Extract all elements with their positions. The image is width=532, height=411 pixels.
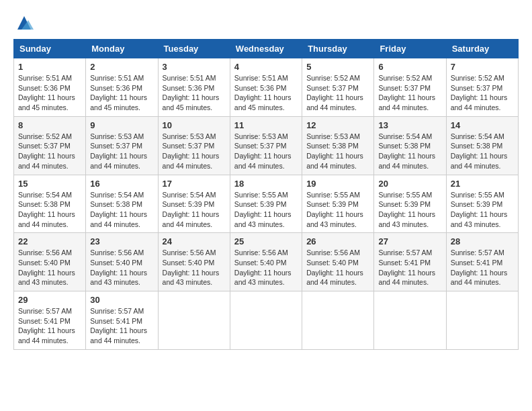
day-info: Sunrise: 5:52 AM Sunset: 5:37 PM Dayligh…	[378, 73, 441, 113]
day-info: Sunrise: 5:55 AM Sunset: 5:39 PM Dayligh…	[306, 190, 369, 230]
day-number: 9	[90, 120, 153, 130]
day-number: 28	[451, 236, 514, 246]
weekday-header-row: SundayMondayTuesdayWednesdayThursdayFrid…	[14, 40, 519, 58]
day-info: Sunrise: 5:52 AM Sunset: 5:37 PM Dayligh…	[451, 73, 514, 113]
day-number: 10	[163, 120, 226, 130]
day-info: Sunrise: 5:55 AM Sunset: 5:39 PM Dayligh…	[234, 190, 298, 230]
day-number: 20	[378, 179, 441, 189]
week-row-5: 29 Sunrise: 5:57 AM Sunset: 5:41 PM Dayl…	[14, 291, 519, 350]
day-info: Sunrise: 5:52 AM Sunset: 5:37 PM Dayligh…	[18, 132, 81, 171]
day-info: Sunrise: 5:56 AM Sunset: 5:40 PM Dayligh…	[18, 248, 81, 287]
day-number: 6	[378, 62, 441, 72]
day-number: 16	[90, 179, 153, 189]
day-number: 21	[451, 179, 514, 189]
weekday-header-friday: Friday	[374, 40, 446, 58]
day-info: Sunrise: 5:55 AM Sunset: 5:39 PM Dayligh…	[378, 190, 441, 230]
day-info: Sunrise: 5:52 AM Sunset: 5:37 PM Dayligh…	[306, 73, 369, 113]
day-cell: 5 Sunrise: 5:52 AM Sunset: 5:37 PM Dayli…	[302, 58, 374, 117]
day-cell: 16 Sunrise: 5:54 AM Sunset: 5:38 PM Dayl…	[86, 175, 158, 233]
day-cell: 24 Sunrise: 5:56 AM Sunset: 5:40 PM Dayl…	[158, 233, 230, 291]
day-number: 23	[90, 236, 153, 246]
day-number: 11	[234, 120, 298, 130]
day-cell: 2 Sunrise: 5:51 AM Sunset: 5:36 PM Dayli…	[86, 58, 158, 117]
day-info: Sunrise: 5:53 AM Sunset: 5:37 PM Dayligh…	[234, 132, 298, 171]
day-info: Sunrise: 5:51 AM Sunset: 5:36 PM Dayligh…	[90, 73, 153, 113]
day-cell: 12 Sunrise: 5:53 AM Sunset: 5:38 PM Dayl…	[302, 116, 374, 175]
day-info: Sunrise: 5:57 AM Sunset: 5:41 PM Dayligh…	[378, 248, 441, 287]
weekday-header-saturday: Saturday	[446, 40, 518, 58]
day-info: Sunrise: 5:54 AM Sunset: 5:38 PM Dayligh…	[90, 190, 153, 230]
day-cell: 10 Sunrise: 5:53 AM Sunset: 5:37 PM Dayl…	[158, 116, 230, 175]
day-info: Sunrise: 5:53 AM Sunset: 5:38 PM Dayligh…	[306, 132, 369, 171]
day-cell: 1 Sunrise: 5:51 AM Sunset: 5:36 PM Dayli…	[14, 58, 86, 117]
day-info: Sunrise: 5:55 AM Sunset: 5:39 PM Dayligh…	[451, 190, 514, 230]
day-cell: 22 Sunrise: 5:56 AM Sunset: 5:40 PM Dayl…	[14, 233, 86, 291]
day-number: 7	[451, 62, 514, 72]
day-info: Sunrise: 5:56 AM Sunset: 5:40 PM Dayligh…	[234, 248, 298, 287]
page-header	[13, 13, 519, 32]
day-cell: 8 Sunrise: 5:52 AM Sunset: 5:37 PM Dayli…	[14, 116, 86, 175]
day-info: Sunrise: 5:54 AM Sunset: 5:39 PM Dayligh…	[163, 190, 226, 230]
day-info: Sunrise: 5:51 AM Sunset: 5:36 PM Dayligh…	[234, 73, 298, 113]
day-info: Sunrise: 5:54 AM Sunset: 5:38 PM Dayligh…	[378, 132, 441, 171]
day-number: 5	[306, 62, 369, 72]
day-cell: 15 Sunrise: 5:54 AM Sunset: 5:38 PM Dayl…	[14, 175, 86, 233]
day-cell	[230, 291, 302, 350]
week-row-3: 15 Sunrise: 5:54 AM Sunset: 5:38 PM Dayl…	[14, 175, 519, 233]
day-cell: 9 Sunrise: 5:53 AM Sunset: 5:37 PM Dayli…	[86, 116, 158, 175]
day-number: 24	[163, 236, 226, 246]
day-info: Sunrise: 5:54 AM Sunset: 5:38 PM Dayligh…	[18, 190, 81, 230]
day-info: Sunrise: 5:51 AM Sunset: 5:36 PM Dayligh…	[163, 73, 226, 113]
day-number: 8	[18, 120, 81, 130]
day-number: 12	[306, 120, 369, 130]
day-cell: 27 Sunrise: 5:57 AM Sunset: 5:41 PM Dayl…	[374, 233, 446, 291]
day-number: 25	[234, 236, 298, 246]
day-cell	[158, 291, 230, 350]
day-cell	[446, 291, 518, 350]
day-cell: 6 Sunrise: 5:52 AM Sunset: 5:37 PM Dayli…	[374, 58, 446, 117]
day-info: Sunrise: 5:57 AM Sunset: 5:41 PM Dayligh…	[451, 248, 514, 287]
day-cell: 23 Sunrise: 5:56 AM Sunset: 5:40 PM Dayl…	[86, 233, 158, 291]
day-number: 27	[378, 236, 441, 246]
logo-icon	[15, 13, 34, 32]
day-cell	[374, 291, 446, 350]
day-info: Sunrise: 5:51 AM Sunset: 5:36 PM Dayligh…	[18, 73, 81, 113]
day-number: 26	[306, 236, 369, 246]
day-info: Sunrise: 5:54 AM Sunset: 5:38 PM Dayligh…	[451, 132, 514, 171]
day-info: Sunrise: 5:56 AM Sunset: 5:40 PM Dayligh…	[306, 248, 369, 287]
day-cell: 17 Sunrise: 5:54 AM Sunset: 5:39 PM Dayl…	[158, 175, 230, 233]
day-cell: 21 Sunrise: 5:55 AM Sunset: 5:39 PM Dayl…	[446, 175, 518, 233]
day-number: 14	[451, 120, 514, 130]
day-number: 30	[90, 295, 153, 305]
day-cell: 3 Sunrise: 5:51 AM Sunset: 5:36 PM Dayli…	[158, 58, 230, 117]
day-number: 22	[18, 236, 81, 246]
day-cell: 29 Sunrise: 5:57 AM Sunset: 5:41 PM Dayl…	[14, 291, 86, 350]
day-number: 2	[90, 62, 153, 72]
day-info: Sunrise: 5:53 AM Sunset: 5:37 PM Dayligh…	[163, 132, 226, 171]
weekday-header-thursday: Thursday	[302, 40, 374, 58]
day-number: 17	[163, 179, 226, 189]
day-cell: 13 Sunrise: 5:54 AM Sunset: 5:38 PM Dayl…	[374, 116, 446, 175]
day-cell: 4 Sunrise: 5:51 AM Sunset: 5:36 PM Dayli…	[230, 58, 302, 117]
week-row-1: 1 Sunrise: 5:51 AM Sunset: 5:36 PM Dayli…	[14, 58, 519, 117]
week-row-2: 8 Sunrise: 5:52 AM Sunset: 5:37 PM Dayli…	[14, 116, 519, 175]
day-number: 13	[378, 120, 441, 130]
weekday-header-wednesday: Wednesday	[230, 40, 302, 58]
day-cell: 25 Sunrise: 5:56 AM Sunset: 5:40 PM Dayl…	[230, 233, 302, 291]
week-row-4: 22 Sunrise: 5:56 AM Sunset: 5:40 PM Dayl…	[14, 233, 519, 291]
day-cell: 14 Sunrise: 5:54 AM Sunset: 5:38 PM Dayl…	[446, 116, 518, 175]
day-cell: 18 Sunrise: 5:55 AM Sunset: 5:39 PM Dayl…	[230, 175, 302, 233]
weekday-header-monday: Monday	[86, 40, 158, 58]
day-number: 18	[234, 179, 298, 189]
day-cell: 7 Sunrise: 5:52 AM Sunset: 5:37 PM Dayli…	[446, 58, 518, 117]
day-number: 15	[18, 179, 81, 189]
weekday-header-sunday: Sunday	[14, 40, 86, 58]
day-cell: 26 Sunrise: 5:56 AM Sunset: 5:40 PM Dayl…	[302, 233, 374, 291]
day-cell: 20 Sunrise: 5:55 AM Sunset: 5:39 PM Dayl…	[374, 175, 446, 233]
day-number: 1	[18, 62, 81, 72]
day-info: Sunrise: 5:53 AM Sunset: 5:37 PM Dayligh…	[90, 132, 153, 171]
day-info: Sunrise: 5:57 AM Sunset: 5:41 PM Dayligh…	[18, 306, 81, 346]
day-cell	[302, 291, 374, 350]
day-number: 29	[18, 295, 81, 305]
day-cell: 19 Sunrise: 5:55 AM Sunset: 5:39 PM Dayl…	[302, 175, 374, 233]
